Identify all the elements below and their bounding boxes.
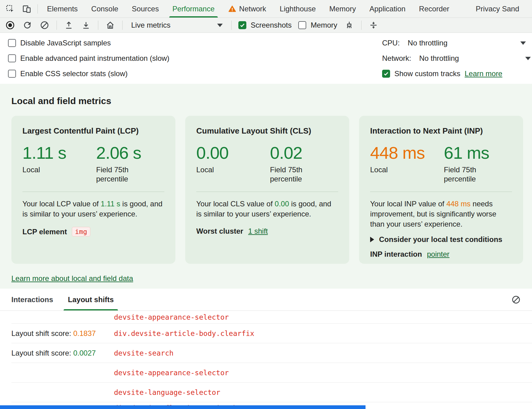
show-custom-tracks-checkbox[interactable] <box>382 70 390 78</box>
layout-shift-row: Layout shift score: 0.1837 div.devsite-a… <box>11 324 532 343</box>
local-test-conditions-disclosure[interactable]: Consider your local test conditions <box>370 235 512 244</box>
metric-cards: Largest Contentful Paint (LCP) 1.11 s Lo… <box>11 116 532 264</box>
warning-icon <box>228 5 236 13</box>
divider <box>37 4 38 14</box>
cls-card: Cumulative Layout Shift (CLS) 0.00 Local… <box>185 116 349 264</box>
cls-card-title: Cumulative Layout Shift (CLS) <box>196 126 338 136</box>
worst-cluster-label: Worst cluster <box>196 227 243 236</box>
element-link[interactable]: devsite-appearance-selector <box>114 369 229 377</box>
tab-sources[interactable]: Sources <box>125 0 166 18</box>
divider <box>98 21 98 30</box>
local-test-conditions-label: Consider your local test conditions <box>379 235 502 244</box>
chevron-down-icon <box>525 57 531 60</box>
inp-local-value: 448 ms <box>370 144 444 162</box>
disable-js-samples-label: Disable JavaScript samples <box>20 39 111 47</box>
inp-field-value: 61 ms <box>444 144 490 162</box>
css-selector-stats-checkbox[interactable] <box>8 70 16 78</box>
live-metrics-dropdown[interactable]: Live metrics <box>129 21 225 29</box>
inp-field-label: Field 75th percentile <box>444 165 490 184</box>
divider <box>231 21 232 30</box>
lcp-element-chip[interactable]: img <box>72 227 90 236</box>
log-tabbar: Interactions Layout shifts <box>0 289 532 311</box>
divider <box>196 192 338 192</box>
element-link[interactable]: devsite-language-selector <box>114 388 220 396</box>
live-metrics-label: Live metrics <box>131 21 170 29</box>
score-cell: Layout shift score: 0.0027 <box>11 349 114 357</box>
network-throttling-select[interactable]: Network: No throttling <box>382 51 532 66</box>
layout-shift-row: Layout shift score: 0.0027 devsite-searc… <box>11 343 532 363</box>
garbage-collect-brush-icon[interactable] <box>344 20 354 30</box>
lcp-field-value: 2.06 s <box>96 144 142 162</box>
device-toolbar-icon[interactable] <box>22 4 32 14</box>
home-icon[interactable] <box>105 20 115 30</box>
inp-card: Interaction to Next Paint (INP) 448 ms L… <box>359 116 523 264</box>
tab-elements[interactable]: Elements <box>40 0 84 18</box>
cpu-value: No throttling <box>408 39 447 47</box>
element-link[interactable]: div.devsite-article-body.clearfix <box>114 329 254 337</box>
divider <box>22 192 164 192</box>
score-cell: Layout shift score: 0.1837 <box>11 329 114 338</box>
tab-console[interactable]: Console <box>84 0 125 18</box>
cls-local-label: Local <box>196 165 242 174</box>
advanced-paint-label: Enable advanced paint instrumentation (s… <box>20 54 170 63</box>
cls-desc-value: 0.00 <box>275 200 289 208</box>
clear-log-button[interactable] <box>511 295 521 304</box>
upload-profile-icon[interactable] <box>64 20 74 30</box>
score-value: 0.0027 <box>73 349 96 357</box>
lcp-element-label: LCP element <box>22 228 67 236</box>
worst-cluster-link[interactable]: 1 shift <box>248 227 268 236</box>
element-link[interactable]: devsite-search <box>114 349 174 357</box>
inp-card-title: Interaction to Next Paint (INP) <box>370 126 512 136</box>
local-field-learn-more-link[interactable]: Learn more about local and field data <box>11 274 133 282</box>
lcp-field-label: Field 75th percentile <box>96 165 142 184</box>
tab-application[interactable]: Application <box>363 0 412 18</box>
tab-layout-shifts[interactable]: Layout shifts <box>68 289 114 310</box>
lcp-local-label: Local <box>22 165 68 174</box>
download-profile-icon[interactable] <box>81 20 91 30</box>
custom-tracks-learn-more-link[interactable]: Learn more <box>465 69 503 78</box>
inp-interaction-link[interactable]: pointer <box>427 250 449 259</box>
record-button[interactable] <box>5 20 15 30</box>
screenshots-label: Screenshots <box>251 21 291 29</box>
tab-performance[interactable]: Performance <box>166 0 221 18</box>
tab-lighthouse[interactable]: Lighthouse <box>273 0 323 18</box>
element-link[interactable]: devsite-appearance-selector <box>114 313 229 321</box>
show-custom-tracks-label: Show custom tracks <box>394 69 460 78</box>
advanced-paint-checkbox[interactable] <box>8 54 16 62</box>
lcp-desc-before: Your local LCP value of <box>22 200 101 208</box>
cls-local-value: 0.00 <box>196 144 270 162</box>
memory-checkbox[interactable] <box>298 21 306 29</box>
screenshots-checkbox[interactable] <box>238 21 246 29</box>
css-selector-stats-label: Enable CSS selector stats (slow) <box>20 69 127 78</box>
tab-network[interactable]: Network <box>221 0 273 18</box>
divider <box>361 21 362 30</box>
tab-network-label: Network <box>239 5 266 13</box>
layout-shift-row: devsite-language-selector <box>11 383 532 402</box>
inspect-element-icon[interactable] <box>5 4 15 14</box>
reload-and-record-button[interactable] <box>22 20 33 30</box>
inp-local-label: Local <box>370 165 416 174</box>
divider <box>57 21 57 30</box>
inp-description: Your local INP value of 448 ms needs imp… <box>370 199 512 229</box>
network-label: Network: <box>382 54 411 63</box>
tab-interactions[interactable]: Interactions <box>11 289 53 310</box>
inp-desc-value: 448 ms <box>446 200 471 208</box>
tab-memory[interactable]: Memory <box>323 0 363 18</box>
clear-button[interactable] <box>39 20 50 30</box>
score-value: 0.1837 <box>73 329 96 337</box>
devtools-tabbar: Elements Console Sources Performance Net… <box>0 0 532 18</box>
performance-toolbar: Live metrics Screenshots Memory <box>0 18 532 33</box>
inp-desc-before: Your local INP value of <box>370 200 446 208</box>
tab-recorder[interactable]: Recorder <box>412 0 456 18</box>
chevron-down-icon <box>217 24 223 27</box>
cpu-throttling-select[interactable]: CPU: No throttling <box>382 35 532 51</box>
disable-js-samples-checkbox[interactable] <box>8 39 16 47</box>
tab-privacy-sandbox[interactable]: Privacy Sand <box>469 0 526 18</box>
collapse-sections-icon[interactable] <box>368 20 379 30</box>
network-value: No throttling <box>419 54 459 63</box>
performance-settings: Disable JavaScript samples Enable advanc… <box>0 33 532 84</box>
layout-shift-row: devsite-appearance-selector <box>11 311 532 324</box>
lcp-local-value: 1.11 s <box>22 144 96 162</box>
cls-desc-before: Your local CLS value of <box>196 200 275 208</box>
score-label: Layout shift score: <box>11 329 73 337</box>
